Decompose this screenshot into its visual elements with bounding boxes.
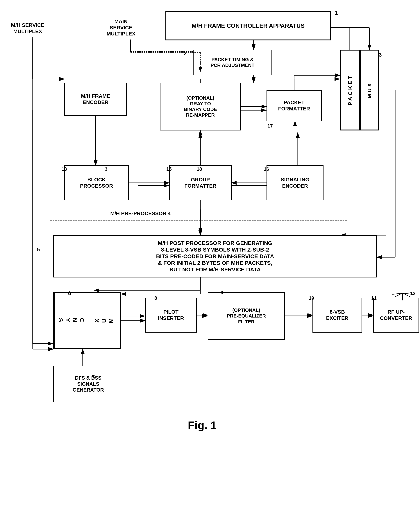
mh-frame-encoder-label: M/H FRAME ENCODER (81, 93, 110, 105)
preprocessor-label: M/H PRE-PROCESSOR 4 (110, 210, 171, 217)
mh-frame-controller-box: M/H FRAME CONTROLLER APPARATUS (165, 11, 331, 40)
signaling-encoder-label: SIGNALING ENCODER (281, 177, 309, 189)
label-10: 10 (309, 295, 314, 301)
label-3-near14: 3 (105, 166, 107, 172)
post-processor-box: M/H POST PROCESSOR FOR GENERATING 8-LEVE… (53, 235, 377, 277)
main-service-multiplex-label: MAIN SERVICE MULTIPLEX (107, 18, 135, 37)
mh-service-multiplex-label: M/H SERVICE MULTIPLEX (11, 22, 45, 34)
pilot-inserter-box: PILOT INSERTER (145, 298, 197, 333)
label-9: 9 (221, 290, 223, 296)
optional-gray-label: (OPTIONAL) GRAY TO BINARY CODE RE-MAPPER (184, 95, 217, 118)
mux-part: M U X (88, 293, 120, 348)
label-3-mux: 3 (379, 52, 382, 58)
pilot-inserter-label: PILOT INSERTER (158, 309, 184, 321)
packet-timing-box: PACKET TIMING & PCR ADJUSTMENT (193, 50, 272, 75)
packet-formatter-label: PACKET FORMATTER (278, 99, 310, 112)
label-17: 17 (267, 123, 273, 129)
label-16: 16 (264, 166, 269, 172)
label-18: 18 (197, 166, 202, 172)
vsb-exciter-label: 8-VSB EXCITER (326, 309, 348, 321)
pre-equalizer-label: (OPTIONAL) PRE-EQUALIZER FILTER (227, 307, 266, 325)
rf-upconverter-box: RF UP- CONVERTER (373, 298, 419, 333)
block-processor-box: BLOCK PROCESSOR (64, 165, 129, 200)
mux-box: MUX (360, 50, 379, 130)
dfs-dss-box: DFS & DSS SIGNALS GENERATOR (53, 366, 123, 402)
mux-label: MUX (366, 82, 373, 98)
pre-equalizer-box: (OPTIONAL) PRE-EQUALIZER FILTER (208, 292, 285, 340)
label-2: 2 (184, 51, 187, 57)
packet-formatter-box: PACKET FORMATTER (267, 90, 322, 121)
label-5: 5 (37, 246, 40, 253)
sync-part: S Y N C (54, 293, 88, 348)
label-6: 6 (68, 290, 71, 297)
label-1: 1 (335, 9, 338, 16)
block-processor-label: BLOCK PROCESSOR (80, 177, 113, 189)
optional-gray-box: (OPTIONAL) GRAY TO BINARY CODE RE-MAPPER (160, 83, 241, 130)
dfs-dss-label: DFS & DSS SIGNALS GENERATOR (73, 375, 104, 393)
mh-frame-encoder-box: M/H FRAME ENCODER (64, 83, 127, 116)
packet-timing-label: PACKET TIMING & PCR ADJUSTMENT (211, 57, 255, 68)
sync-mux-box: S Y N C M U X (53, 292, 121, 349)
label-15: 15 (166, 166, 172, 172)
label-8: 8 (154, 295, 157, 301)
post-processor-label: M/H POST PROCESSOR FOR GENERATING 8-LEVE… (156, 240, 274, 273)
vsb-exciter-box: 8-VSB EXCITER (313, 298, 362, 333)
label-7: 7 (92, 374, 95, 380)
label-11: 11 (371, 295, 377, 301)
rf-upconverter-label: RF UP- CONVERTER (380, 309, 412, 321)
group-formatter-label: GROUP FORMATTER (184, 177, 216, 189)
figure-label: Fig. 1 (165, 419, 239, 432)
mh-frame-controller-label: M/H FRAME CONTROLLER APPARATUS (192, 22, 305, 29)
signaling-encoder-box: SIGNALING ENCODER (267, 165, 323, 200)
label-13: 13 (62, 166, 67, 172)
packet-label: PACKET (347, 74, 353, 105)
